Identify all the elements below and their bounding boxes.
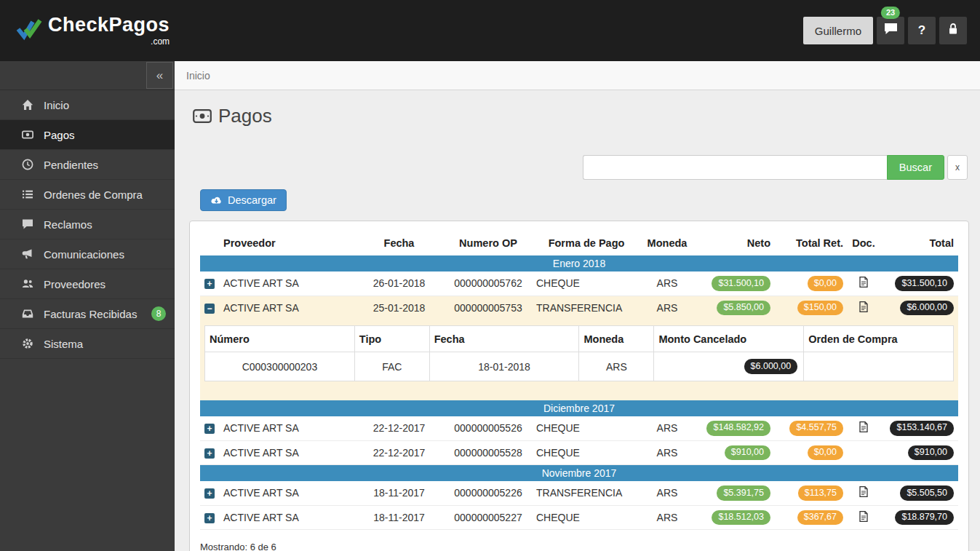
moneda-cell: ARS bbox=[641, 416, 693, 440]
brand-logo[interactable]: CheckPagos .com bbox=[16, 15, 170, 47]
forma-pago-cell: CHEQUE bbox=[532, 440, 641, 465]
neto-badge: $31.500,10 bbox=[712, 276, 770, 291]
user-menu-button[interactable]: Guillermo bbox=[803, 17, 873, 44]
expand-col-header bbox=[200, 230, 219, 255]
detail-col-header: Fecha bbox=[429, 326, 579, 352]
search-button[interactable]: Buscar bbox=[887, 155, 944, 180]
breadcrumb-current: Inicio bbox=[186, 70, 210, 82]
detail-cell: C000300000203 bbox=[205, 352, 355, 381]
messages-button[interactable]: 23 bbox=[877, 17, 904, 44]
proveedor-cell: ACTIVE ART SA bbox=[219, 440, 354, 465]
detail-cell bbox=[804, 352, 954, 381]
proveedor-cell: ACTIVE ART SA bbox=[219, 296, 354, 320]
sidebar-item-inicio[interactable]: Inicio bbox=[0, 90, 175, 120]
lock-icon bbox=[947, 23, 959, 39]
users-icon bbox=[22, 278, 34, 290]
inbox-icon bbox=[22, 308, 34, 320]
moneda-cell: ARS bbox=[641, 271, 693, 296]
payment-row: +ACTIVE ART SA26-01-2018000000005762CHEQ… bbox=[200, 271, 958, 296]
sidebar-item-ordenes-de-compra[interactable]: Ordenes de Compra bbox=[0, 180, 175, 210]
col-header: Proveedor bbox=[219, 230, 354, 255]
sidebar-item-facturas-recibidas[interactable]: Facturas Recibidas8 bbox=[0, 299, 175, 329]
expand-row-button[interactable]: + bbox=[204, 279, 215, 289]
download-button[interactable]: Descargar bbox=[200, 189, 287, 211]
brand-text: CheckPagos .com bbox=[48, 15, 170, 47]
payments-table: ProveedorFechaNumero OPForma de PagoMone… bbox=[200, 230, 958, 530]
moneda-cell: ARS bbox=[641, 296, 693, 320]
sidebar-item-label: Sistema bbox=[44, 338, 83, 350]
neto-cell: $148.582,92 bbox=[693, 416, 775, 440]
sidebar-menu: InicioPagosPendientesOrdenes de CompraRe… bbox=[0, 90, 175, 359]
total-cell: $31.500,10 bbox=[880, 271, 958, 296]
total-ret-cell: $367,67 bbox=[775, 505, 848, 530]
sidebar-item-label: Comunicaciones bbox=[44, 248, 124, 261]
neto-cell: $18.512,03 bbox=[693, 505, 775, 530]
neto-badge: $910,00 bbox=[725, 445, 770, 461]
col-header: Moneda bbox=[641, 230, 693, 255]
detail-cell: FAC bbox=[354, 352, 429, 381]
pdf-doc-icon[interactable] bbox=[859, 421, 868, 432]
money-icon bbox=[22, 129, 34, 141]
payment-row: +ACTIVE ART SA22-12-2017000000005526CHEQ… bbox=[200, 416, 958, 440]
pdf-doc-icon[interactable] bbox=[859, 486, 868, 497]
detail-cell: 18-01-2018 bbox=[429, 352, 579, 381]
list-icon bbox=[22, 189, 34, 201]
doc-cell bbox=[848, 271, 880, 296]
sidebar-item-label: Facturas Recibidas bbox=[44, 308, 137, 320]
col-header: Doc. bbox=[848, 230, 880, 255]
detail-data-row: C000300000203FAC18-01-2018ARS$6.000,00 bbox=[205, 352, 954, 381]
total-ret-badge: $367,67 bbox=[797, 510, 843, 526]
neto-cell: $31.500,10 bbox=[693, 271, 775, 296]
cloud-download-icon bbox=[210, 196, 223, 205]
sidebar-item-pendientes[interactable]: Pendientes bbox=[0, 150, 175, 180]
doc-cell bbox=[848, 296, 880, 320]
detail-col-header: Tipo bbox=[354, 326, 429, 352]
topbar-actions: Guillermo 23 ? bbox=[803, 17, 967, 44]
brand-tld: .com bbox=[48, 36, 170, 47]
moneda-cell: ARS bbox=[641, 440, 693, 465]
brand-name: CheckPagos bbox=[48, 14, 170, 36]
neto-badge: $148.582,92 bbox=[706, 421, 770, 436]
proveedor-cell: ACTIVE ART SA bbox=[219, 271, 354, 296]
sidebar-item-label: Proveedores bbox=[44, 278, 105, 290]
numero-op-cell: 000000005528 bbox=[445, 440, 532, 465]
sidebar-item-pagos[interactable]: Pagos bbox=[0, 120, 175, 150]
total-ret-badge: $4.557,75 bbox=[789, 421, 843, 436]
clear-search-button[interactable]: x bbox=[947, 155, 968, 180]
neto-cell: $5.850,00 bbox=[693, 296, 775, 320]
payment-row: +ACTIVE ART SA18-11-2017000000005227CHEQ… bbox=[200, 505, 958, 530]
total-cell: $153.140,67 bbox=[880, 416, 958, 440]
sidebar-item-sistema[interactable]: Sistema bbox=[0, 329, 175, 359]
expand-row-button[interactable]: + bbox=[204, 488, 215, 499]
pdf-doc-icon[interactable] bbox=[859, 511, 868, 522]
pdf-doc-icon[interactable] bbox=[859, 301, 868, 312]
sidebar-item-proveedores[interactable]: Proveedores bbox=[0, 269, 175, 299]
expand-row-button[interactable]: + bbox=[204, 448, 215, 459]
expand-row-button[interactable]: + bbox=[204, 424, 215, 434]
forma-pago-cell: TRANSFERENCIA bbox=[532, 296, 641, 320]
fecha-cell: 22-12-2017 bbox=[354, 440, 445, 465]
total-ret-cell: $0,00 bbox=[775, 440, 848, 465]
moneda-cell: ARS bbox=[641, 505, 693, 530]
expand-row-button[interactable]: + bbox=[204, 513, 215, 523]
sidebar-item-reclamos[interactable]: Reclamos bbox=[0, 210, 175, 239]
col-header: Numero OP bbox=[445, 230, 532, 255]
sidebar-item-comunicaciones[interactable]: Comunicaciones bbox=[0, 239, 175, 269]
top-navbar: CheckPagos .com Guillermo 23 ? bbox=[0, 0, 980, 61]
payment-row: +ACTIVE ART SA22-12-2017000000005528CHEQ… bbox=[200, 440, 958, 465]
fecha-cell: 26-01-2018 bbox=[354, 271, 445, 296]
help-button[interactable]: ? bbox=[908, 17, 936, 44]
search-input[interactable] bbox=[583, 155, 887, 180]
col-header: Total bbox=[880, 230, 958, 255]
sidebar-item-label: Pendientes bbox=[44, 159, 98, 171]
collapse-row-button[interactable]: − bbox=[204, 304, 215, 314]
forma-pago-cell: CHEQUE bbox=[532, 416, 641, 440]
total-badge: $5.505,50 bbox=[900, 485, 954, 501]
detail-col-header: Monto Cancelado bbox=[654, 326, 804, 352]
lock-button[interactable] bbox=[939, 17, 967, 44]
sidebar-collapse-button[interactable]: « bbox=[146, 62, 173, 89]
month-group-label: Enero 2018 bbox=[200, 255, 958, 271]
total-ret-cell: $113,75 bbox=[775, 481, 848, 505]
neto-cell: $910,00 bbox=[693, 440, 775, 465]
pdf-doc-icon[interactable] bbox=[859, 277, 868, 288]
